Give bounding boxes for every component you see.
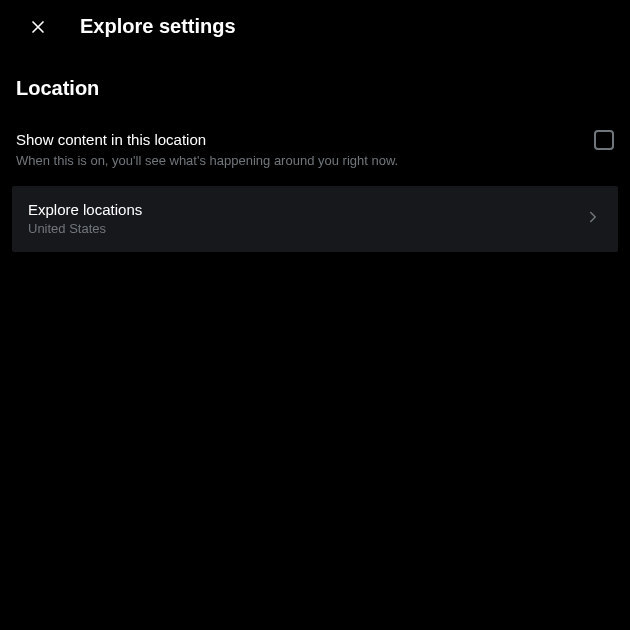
explore-locations-subtitle: United States bbox=[28, 220, 584, 238]
chevron-right-icon bbox=[584, 208, 602, 230]
close-icon bbox=[28, 17, 48, 37]
explore-locations-title: Explore locations bbox=[28, 200, 584, 220]
setting-text: Show content in this location When this … bbox=[16, 130, 594, 170]
header: Explore settings bbox=[0, 0, 630, 53]
page-title: Explore settings bbox=[80, 15, 236, 38]
setting-description: When this is on, you'll see what's happe… bbox=[16, 152, 578, 170]
setting-show-content-location: Show content in this location When this … bbox=[0, 118, 630, 182]
close-button[interactable] bbox=[20, 9, 56, 45]
setting-title: Show content in this location bbox=[16, 130, 578, 150]
section-heading-location: Location bbox=[0, 65, 630, 104]
show-content-checkbox[interactable] bbox=[594, 130, 614, 150]
explore-locations-row[interactable]: Explore locations United States bbox=[12, 186, 618, 252]
explore-text: Explore locations United States bbox=[28, 200, 584, 238]
